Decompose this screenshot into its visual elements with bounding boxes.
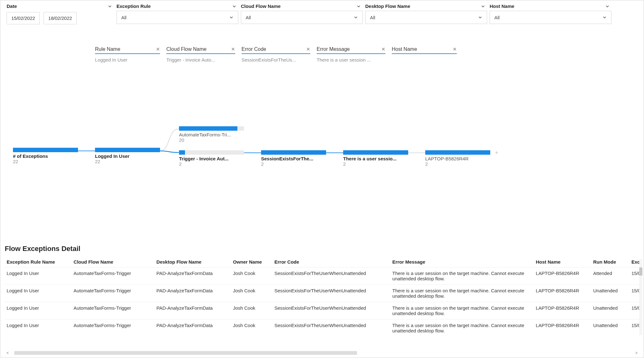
chip-rule-name[interactable]: Rule Name✕ Logged In User xyxy=(95,46,160,63)
filter-date: Date 15/02/2022 18/02/2022 xyxy=(7,3,114,24)
date-from-input[interactable]: 15/02/2022 xyxy=(7,12,40,24)
table-cell: There is a user session on the target ma… xyxy=(391,319,534,337)
tree-node-error-msg[interactable]: There is a user sessio... 2 xyxy=(343,150,408,167)
chevron-down-icon[interactable] xyxy=(232,4,236,9)
breadcrumb-chips: Rule Name✕ Logged In User Cloud Flow Nam… xyxy=(0,26,644,63)
table-row[interactable]: Logged In UserAutomateTaxForms-TriggerPA… xyxy=(5,319,639,337)
table-cell: Josh Cook xyxy=(231,319,272,337)
add-node-button[interactable]: + xyxy=(493,150,500,156)
col-cloud-flow[interactable]: Cloud Flow Name xyxy=(72,257,155,267)
vertical-scrollbar[interactable] xyxy=(639,259,642,335)
col-error-msg[interactable]: Error Message xyxy=(391,257,534,267)
chip-label: Host Name xyxy=(392,46,417,52)
table-cell: Logged In User xyxy=(5,302,72,319)
chevron-down-icon[interactable] xyxy=(356,4,361,9)
table-cell: SessionExistsForTheUserWhenUnattended xyxy=(272,319,391,337)
table-row[interactable]: Logged In UserAutomateTaxForms-TriggerPA… xyxy=(5,267,639,285)
host-name-dropdown[interactable]: All xyxy=(490,11,611,24)
table-cell: LAPTOP-B5826R4R xyxy=(534,319,591,337)
col-host[interactable]: Host Name xyxy=(534,257,591,267)
table-cell: 15/02 xyxy=(629,267,639,285)
tree-node-rule[interactable]: Logged In User 22 xyxy=(95,148,160,164)
table-cell: LAPTOP-B5826R4R xyxy=(534,302,591,319)
table-row[interactable]: Logged In UserAutomateTaxForms-TriggerPA… xyxy=(5,285,639,302)
chip-host-name[interactable]: Host Name✕ xyxy=(392,46,457,63)
chip-error-code[interactable]: Error Code✕ SessionExistsForTheUs... xyxy=(242,46,310,63)
dropdown-value: All xyxy=(121,15,127,20)
col-exception-rule[interactable]: Exception Rule Name xyxy=(5,257,72,267)
table-cell: There is a user session on the target ma… xyxy=(391,285,534,302)
close-icon[interactable]: ✕ xyxy=(231,46,235,52)
filter-bar: Date 15/02/2022 18/02/2022 Exception Rul… xyxy=(0,0,644,26)
chip-label: Error Code xyxy=(242,46,266,52)
node-title: AutomateTaxForms-Tri... xyxy=(179,132,244,137)
detail-table-wrap: Exception Rule Name Cloud Flow Name Desk… xyxy=(5,257,639,355)
exception-rule-dropdown[interactable]: All xyxy=(116,11,238,24)
chip-label: Rule Name xyxy=(95,46,120,52)
node-value: 2 xyxy=(425,161,490,167)
node-title: Logged In User xyxy=(95,153,160,159)
table-cell: There is a user session on the target ma… xyxy=(391,267,534,285)
table-cell: AutomateTaxForms-Trigger xyxy=(72,285,155,302)
node-title: There is a user sessio... xyxy=(343,156,408,161)
close-icon[interactable]: ✕ xyxy=(381,46,385,52)
col-owner[interactable]: Owner Name xyxy=(231,257,272,267)
node-value: 2 xyxy=(343,161,408,167)
date-to-input[interactable]: 18/02/2022 xyxy=(44,12,77,24)
tree-node-cloud-b[interactable]: Trigger - Invoice Aut... 2 xyxy=(179,150,244,167)
chevron-down-icon[interactable] xyxy=(481,4,485,9)
col-desktop-flow[interactable]: Desktop Flow Name xyxy=(155,257,231,267)
table-cell: PAD-AnalyzeTaxFormData xyxy=(155,267,231,285)
table-cell: Unattended xyxy=(591,319,629,337)
table-cell: AutomateTaxForms-Trigger xyxy=(72,267,155,285)
tree-connector xyxy=(244,152,261,153)
scrollbar-thumb[interactable] xyxy=(639,267,642,276)
dropdown-value: All xyxy=(494,15,500,20)
chevron-down-icon[interactable] xyxy=(605,4,610,9)
table-cell: 15/02 xyxy=(629,302,639,319)
chip-value: Logged In User xyxy=(95,54,160,63)
scroll-left-icon[interactable]: < xyxy=(5,351,10,355)
close-icon[interactable]: ✕ xyxy=(453,46,457,52)
node-value: 22 xyxy=(13,159,78,164)
table-cell: SessionExistsForTheUserWhenUnattended xyxy=(272,267,391,285)
chip-cloud-flow[interactable]: Cloud Flow Name✕ Trigger - Invoice Auto.… xyxy=(166,46,235,63)
close-icon[interactable]: ✕ xyxy=(156,46,160,52)
tree-connector xyxy=(326,152,343,153)
filter-cloud-label: Cloud Flow Name xyxy=(241,3,281,9)
tree-node-error-code[interactable]: SessionExistsForThe... 2 xyxy=(261,150,326,167)
filter-desktop-label: Desktop Flow Name xyxy=(365,3,410,9)
col-run-mode[interactable]: Run Mode xyxy=(591,257,629,267)
table-cell: Attended xyxy=(591,267,629,285)
table-cell: There is a user session on the target ma… xyxy=(391,302,534,319)
node-value: 20 xyxy=(179,137,244,143)
table-cell: Logged In User xyxy=(5,285,72,302)
scrollbar-thumb[interactable] xyxy=(14,351,357,355)
tree-node-host[interactable]: LAPTOP-B5826R4R 2 xyxy=(425,150,490,167)
node-value: 2 xyxy=(179,161,244,167)
tree-node-cloud-a[interactable]: AutomateTaxForms-Tri... 20 xyxy=(179,126,244,143)
table-row[interactable]: Logged In UserAutomateTaxForms-TriggerPA… xyxy=(5,302,639,319)
node-value: 22 xyxy=(95,159,160,164)
table-cell: AutomateTaxForms-Trigger xyxy=(72,302,155,319)
chip-value: There is a user session ... xyxy=(317,54,385,63)
col-error-code[interactable]: Error Code xyxy=(272,257,391,267)
desktop-flow-dropdown[interactable]: All xyxy=(365,11,487,24)
col-exception-date[interactable]: Exce▲ xyxy=(629,257,639,267)
cloud-flow-dropdown[interactable]: All xyxy=(241,11,363,24)
scroll-track[interactable] xyxy=(10,351,634,355)
horizontal-scrollbar[interactable]: < > xyxy=(5,350,639,356)
chevron-down-icon[interactable] xyxy=(108,4,112,9)
filter-exception-label: Exception Rule xyxy=(116,3,151,9)
scroll-right-icon[interactable]: > xyxy=(634,351,639,355)
dropdown-value: All xyxy=(246,15,251,20)
detail-section: Flow Exceptions Detail Exception Rule Na… xyxy=(0,245,644,355)
node-title: LAPTOP-B5826R4R xyxy=(425,156,490,161)
close-icon[interactable]: ✕ xyxy=(306,46,310,52)
table-cell: Logged In User xyxy=(5,267,72,285)
tree-connector xyxy=(78,151,95,151)
table-cell: PAD-AnalyzeTaxFormData xyxy=(155,302,231,319)
node-title: SessionExistsForThe... xyxy=(261,156,326,161)
chip-error-message[interactable]: Error Message✕ There is a user session .… xyxy=(317,46,385,63)
tree-node-root[interactable]: # of Exceptions 22 xyxy=(13,148,78,164)
